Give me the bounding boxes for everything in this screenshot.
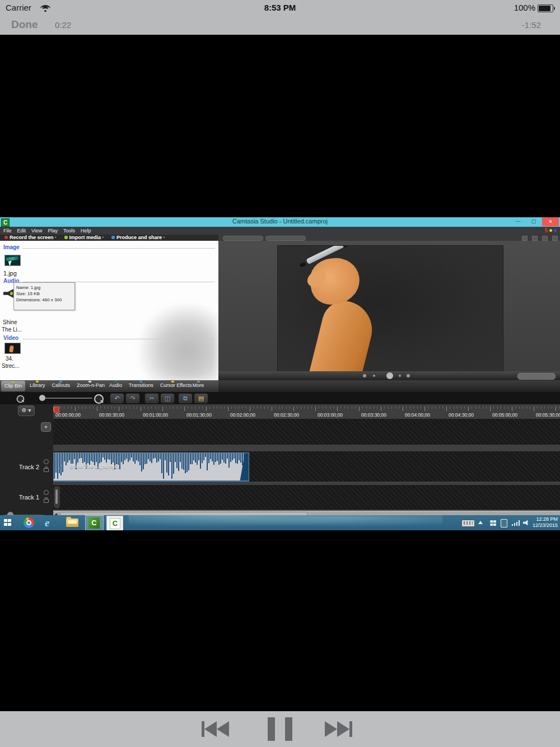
preview-play-icon[interactable] — [386, 372, 393, 379]
audio-clip-label: Shine The Light.mp3 — [69, 463, 119, 469]
redo-icon[interactable]: ↷ — [125, 393, 140, 404]
empty-track-space — [53, 419, 560, 445]
ios-video-player-screen: Carrier 8:53 PM 100% Done 0:22 -1:52 C C… — [0, 0, 560, 747]
copy-icon[interactable]: ⧉ — [178, 393, 193, 404]
preview-next-icon[interactable] — [407, 374, 410, 377]
menu-item-help[interactable]: Help — [81, 228, 91, 234]
menu-item-file[interactable]: File — [3, 228, 12, 234]
ie-icon[interactable]: e — [45, 517, 49, 529]
window-title: Camtasia Studio - Untitled.camproj — [0, 218, 560, 225]
timeline-ruler[interactable]: 00:00:00;0000:00:30;0000:01:00;0000:01:3… — [53, 407, 560, 419]
ruler-label: 00:03:30;00 — [361, 412, 386, 418]
camtasia-taskbar-icon[interactable]: C — [85, 515, 104, 530]
tab-transitions[interactable]: Transitions — [125, 380, 157, 392]
previous-icon[interactable] — [202, 721, 235, 737]
menu-bar: 5 FileEditViewPlayToolsHelp — [0, 227, 560, 235]
undo-icon[interactable]: ↶ — [110, 393, 124, 404]
preview-scale-dropdown[interactable] — [223, 236, 263, 241]
pause-icon[interactable] — [268, 717, 292, 741]
playhead-marker[interactable] — [54, 407, 59, 413]
track1-visibility-icon[interactable] — [44, 490, 49, 495]
tabbar-spacer — [218, 380, 560, 392]
tray-clock[interactable]: 12:28 PM 12/23/2015 — [533, 516, 558, 529]
network-icon[interactable] — [512, 520, 520, 526]
audio-item-label-line1[interactable]: Shine — [3, 319, 17, 325]
tab-cursor-effects[interactable]: Cursor Effects — [157, 380, 189, 392]
feedback-badge[interactable]: 5 — [544, 227, 548, 234]
zoom-in-icon[interactable] — [94, 394, 104, 404]
menu-item-edit[interactable]: Edit — [17, 228, 26, 234]
tooltip-name: Name: 1.jpg — [16, 284, 72, 291]
video-item-label-line1[interactable]: 34. — [6, 356, 13, 362]
preview-playback-bar — [218, 371, 560, 380]
windows-tray-icon[interactable] — [490, 520, 496, 526]
import-icon — [64, 236, 68, 239]
preview-shrink-icon[interactable] — [552, 236, 558, 241]
video-thumbnail[interactable] — [4, 343, 21, 354]
volume-icon[interactable] — [523, 520, 530, 526]
produce-share-button[interactable]: Produce and share · — [111, 235, 165, 241]
close-icon[interactable]: ✕ — [542, 217, 559, 226]
remaining-time: -1:52 — [522, 20, 541, 30]
ruler-label: 00:05:00;00 — [492, 412, 517, 418]
preview-prev-icon[interactable] — [363, 374, 366, 377]
camtasia-project-icon[interactable]: C — [106, 516, 123, 530]
video-item-label-line2[interactable]: Strec... — [2, 363, 20, 369]
tooltip-dimensions: Dimensions: 460 x 300 — [16, 297, 72, 303]
preview-fullscreen-icon[interactable] — [542, 236, 548, 241]
audio-clip[interactable]: ♪ Shine The Light.mp3 — [53, 452, 249, 482]
task-tabs-bar: Clip BinLibraryCalloutsZoom-n-PanAudioTr… — [0, 380, 218, 392]
record-icon — [4, 236, 8, 239]
tray-expand-icon[interactable] — [478, 521, 483, 524]
ruler-label: 00:02:30;00 — [274, 412, 299, 418]
gear-icon[interactable]: ⚙ ▾ — [18, 405, 35, 416]
windows-taskbar: e C C 12:28 PM 12/23/2015 — [0, 515, 560, 530]
blue-dot-icon — [554, 229, 557, 232]
track2-visibility-icon[interactable] — [44, 459, 49, 464]
tab-more[interactable]: More — [189, 380, 208, 392]
menu-item-view[interactable]: View — [31, 228, 42, 234]
track1-lock-icon[interactable] — [44, 499, 49, 503]
preview-detach-icon[interactable] — [532, 236, 538, 241]
paste-icon[interactable]: ▤ — [194, 393, 208, 404]
tab-library[interactable]: Library — [26, 380, 49, 392]
status-time: 8:53 PM — [0, 3, 560, 12]
menu-item-tools[interactable]: Tools — [63, 228, 75, 234]
timeline-zoom-handle[interactable] — [39, 395, 45, 401]
device-icon[interactable] — [501, 519, 507, 527]
next-icon[interactable] — [325, 721, 358, 737]
ruler-label: 00:00:00;00 — [55, 412, 81, 418]
zoom-out-icon[interactable] — [17, 395, 25, 403]
audio-item-label-line2[interactable]: The Li... — [2, 326, 22, 333]
player-scrubber-bar: Done 0:22 -1:52 — [0, 16, 560, 35]
explorer-icon[interactable] — [66, 519, 78, 527]
split-icon[interactable]: ◫ — [160, 393, 175, 404]
preview-view-dropdown[interactable] — [265, 236, 306, 241]
done-button[interactable]: Done — [11, 18, 38, 31]
import-media-button[interactable]: Import media · — [64, 235, 104, 241]
minimize-icon[interactable]: — — [511, 217, 525, 226]
preview-option-icon[interactable] — [522, 236, 528, 241]
cut-icon[interactable]: ✂ — [144, 393, 159, 404]
track2-lock-icon[interactable] — [44, 468, 49, 472]
clip-bin-panel: Image 1.jpg Audio Shine The Li... Name: … — [0, 241, 218, 380]
letterbox-bottom — [0, 532, 560, 711]
chrome-icon[interactable] — [24, 517, 34, 528]
timeline-toolbar: ↶ ↷ ✂ ◫ ⧉ ▤ — [0, 392, 560, 404]
image-item-label[interactable]: 1.jpg — [3, 270, 17, 277]
tab-audio[interactable]: Audio — [106, 380, 125, 392]
add-track-button[interactable]: + — [41, 422, 51, 432]
start-icon[interactable] — [0, 515, 17, 530]
preview-canvas — [277, 245, 503, 374]
menu-item-play[interactable]: Play — [48, 228, 58, 234]
preview-step-back-icon[interactable] — [373, 375, 375, 377]
keyboard-icon[interactable] — [461, 520, 475, 527]
preview-step-fwd-icon[interactable] — [399, 375, 401, 377]
tab-zoom-n-pan[interactable]: Zoom-n-Pan — [73, 380, 106, 392]
tracks-vertical-scrollbar[interactable] — [54, 486, 60, 508]
tab-callouts[interactable]: Callouts — [49, 380, 74, 392]
maximize-icon[interactable]: ▢ — [526, 217, 541, 226]
tab-clip-bin[interactable]: Clip Bin — [1, 381, 25, 391]
record-screen-button[interactable]: Record the screen · — [4, 235, 57, 241]
timeline-zoom-slider[interactable] — [39, 398, 92, 399]
